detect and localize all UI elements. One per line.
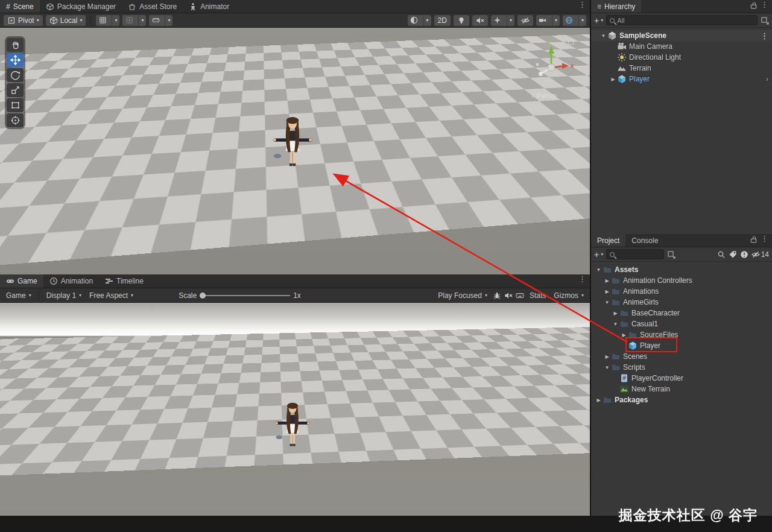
project-item-scripts[interactable]: ▼ Scripts <box>591 362 772 373</box>
scale-slider[interactable] <box>200 291 290 300</box>
move-tool[interactable] <box>7 53 24 67</box>
expand-caret-icon[interactable]: ▼ <box>612 321 619 327</box>
create-asset-dropdown[interactable]: + ▾ <box>594 250 603 259</box>
grid-snap-dropdown[interactable]: ▾ <box>122 15 146 26</box>
tab-package-manager[interactable]: Package Manager <box>40 0 122 13</box>
hierarchy-search-input[interactable] <box>617 17 754 24</box>
hierarchy-item-main-camera[interactable]: Main Camera <box>591 41 772 52</box>
view-hand-tool[interactable] <box>7 38 24 52</box>
expand-caret-icon[interactable]: ▶ <box>620 332 628 338</box>
game-display-target-dropdown[interactable]: Game ▾ <box>4 291 34 300</box>
gizmo-lock-icon[interactable] <box>568 39 574 47</box>
project-item-sourcefiles[interactable]: ▶ SourceFiles <box>591 329 772 340</box>
handle-orientation-dropdown[interactable]: Local ▾ <box>46 15 86 26</box>
hierarchy-menu-icon[interactable]: ⋮ <box>757 0 772 13</box>
tab-animator[interactable]: Animator <box>183 0 235 13</box>
project-item-packages[interactable]: ▶ Packages <box>591 394 772 405</box>
project-item-player[interactable]: Player <box>591 340 772 351</box>
stats-button[interactable]: Stats <box>527 291 548 300</box>
hierarchy-item-terrain[interactable]: Terrain <box>591 63 772 74</box>
scale-label: Scale <box>179 291 197 300</box>
hierarchy-item-directional-light[interactable]: Directional Light <box>591 52 772 63</box>
expand-caret-icon[interactable]: ▶ <box>603 354 611 359</box>
expand-caret-icon[interactable]: ▶ <box>612 311 619 316</box>
search-picker-icon[interactable] <box>761 16 769 25</box>
hidden-count-toggle[interactable]: 14 <box>751 250 769 259</box>
item-label: New Terrain <box>631 385 670 393</box>
expand-caret-icon[interactable]: ▼ <box>600 33 607 39</box>
game-pane-menu-icon[interactable]: ⋮ <box>575 274 590 288</box>
tab-hierarchy[interactable]: ≡ Hierarchy <box>591 0 641 13</box>
expand-caret-icon[interactable]: ▼ <box>603 300 611 305</box>
display-dropdown[interactable]: Display 1 ▾ <box>44 291 84 300</box>
project-lock-icon[interactable] <box>750 234 757 247</box>
axis-y-label: y <box>548 38 551 46</box>
tab-asset-store[interactable]: Asset Store <box>122 0 183 13</box>
scene-camera-dropdown[interactable]: ▾ <box>536 15 560 26</box>
play-focused-dropdown[interactable]: Play Focused ▾ <box>435 291 490 300</box>
keyboard-icon[interactable] <box>516 291 524 300</box>
project-item-animegirls[interactable]: ▼ AnimeGirls <box>591 297 772 308</box>
2d-toggle-button[interactable]: 2D <box>434 15 451 26</box>
folder-icon <box>611 352 621 361</box>
project-item-new-terrain[interactable]: New Terrain <box>591 384 772 394</box>
scene-view[interactable]: y x ‹ Persp <box>0 28 590 274</box>
create-object-dropdown[interactable]: + ▾ <box>594 16 603 25</box>
expand-caret-icon[interactable]: ▶ <box>595 397 603 403</box>
slider-knob[interactable] <box>200 293 206 299</box>
prefab-open-chevron-icon[interactable]: › <box>766 75 768 83</box>
project-item-animation-controllers[interactable]: ▶ Animation Controllers <box>591 275 772 286</box>
project-item-scenes[interactable]: ▶ Scenes <box>591 351 772 362</box>
tab-scene[interactable]: # Scene <box>0 0 40 13</box>
expand-caret-icon[interactable]: ▶ <box>603 278 611 283</box>
alert-icon[interactable] <box>740 250 748 259</box>
draw-mode-dropdown[interactable]: ▾ <box>408 15 431 26</box>
tab-game[interactable]: Game <box>0 274 43 288</box>
label-tag-icon[interactable] <box>729 250 737 259</box>
project-search-input[interactable] <box>617 251 660 258</box>
game-gizmos-dropdown[interactable]: Gizmos ▾ <box>551 291 586 300</box>
tab-project[interactable]: Project <box>591 234 625 247</box>
game-view[interactable] <box>0 303 590 516</box>
chevron-left-icon: ‹ <box>532 92 534 100</box>
expand-caret-icon[interactable]: ▼ <box>603 365 611 370</box>
tab-animation[interactable]: Animation <box>43 274 99 288</box>
aspect-ratio-dropdown[interactable]: Free Aspect ▾ <box>87 291 136 300</box>
expand-caret-icon[interactable]: ▶ <box>609 77 617 82</box>
project-item-basecharacter[interactable]: ▶ BaseCharacter <box>591 308 772 318</box>
scene-audio-toggle[interactable] <box>472 15 488 26</box>
expand-caret-icon[interactable]: ▼ <box>595 267 603 273</box>
hidden-objects-toggle[interactable] <box>517 15 533 26</box>
tab-timeline[interactable]: Timeline <box>99 274 150 288</box>
perspective-toggle[interactable]: ‹ Persp <box>520 92 568 100</box>
hierarchy-item-samplescene[interactable]: ▼ SampleScene ⋮ <box>591 30 772 41</box>
hierarchy-search[interactable] <box>606 15 758 25</box>
increment-snap-dropdown[interactable]: ▾ <box>149 15 172 26</box>
scene-character[interactable] <box>273 116 312 179</box>
search-picker-icon[interactable] <box>667 250 676 259</box>
project-search[interactable] <box>606 249 664 259</box>
project-item-playercontroller[interactable]: # PlayerController <box>591 373 772 384</box>
muted-speaker-icon[interactable] <box>504 291 513 300</box>
expand-caret-icon[interactable]: ▶ <box>603 289 611 294</box>
gizmos-dropdown[interactable]: ▾ <box>563 15 586 26</box>
transform-tool[interactable] <box>7 113 24 127</box>
scene-effects-dropdown[interactable]: ▾ <box>491 15 514 26</box>
scale-tool[interactable] <box>7 83 24 97</box>
search-by-type-icon[interactable] <box>717 250 726 259</box>
bug-icon[interactable] <box>493 291 501 300</box>
rotate-tool[interactable] <box>7 68 24 82</box>
project-item-assets[interactable]: ▼ Assets <box>591 264 772 275</box>
pivot-dropdown[interactable]: Pivot ▾ <box>4 15 43 26</box>
hierarchy-lock-icon[interactable] <box>750 0 757 13</box>
project-item-casual1[interactable]: ▼ Casual1 <box>591 318 772 329</box>
tab-console[interactable]: Console <box>625 234 664 247</box>
rect-tool[interactable] <box>7 98 24 112</box>
scene-pane-menu-icon[interactable]: ⋮ <box>575 0 590 13</box>
scene-options-icon[interactable]: ⋮ <box>757 31 772 40</box>
hierarchy-item-player[interactable]: ▶ Player › <box>591 74 772 84</box>
scene-lighting-toggle[interactable] <box>454 15 469 26</box>
project-menu-icon[interactable]: ⋮ <box>757 234 772 247</box>
grid-visibility-dropdown[interactable]: ▾ <box>96 15 119 26</box>
project-item-animations[interactable]: ▶ Animations <box>591 286 772 297</box>
